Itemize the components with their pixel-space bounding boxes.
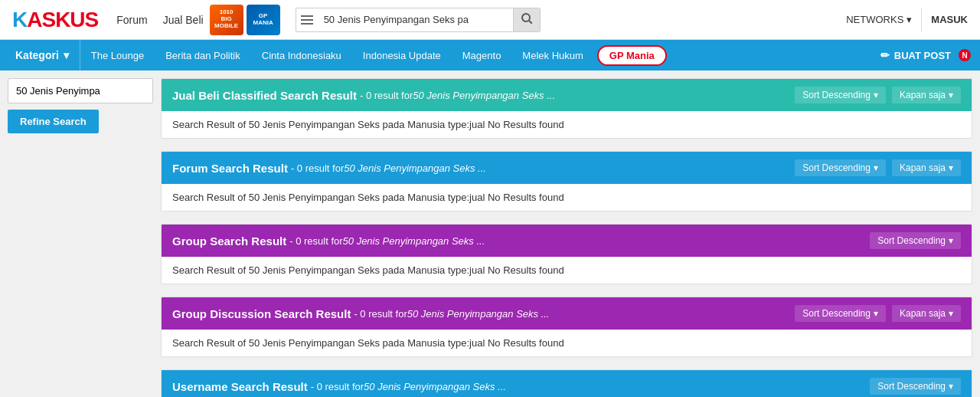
group-discussion-sort-button[interactable]: Sort Descending ▾ (795, 305, 886, 322)
username-result-section: Username Search Result - 0 result for 50… (161, 369, 972, 397)
header-right: NETWORKS ▾ MASUK (846, 8, 968, 31)
kategori-label: Kategori (15, 49, 59, 61)
group-result-body: Search Result of 50 Jenis Penyimpangan S… (162, 257, 972, 284)
forum-header-right: Sort Descending ▾ Kapan saja ▾ (795, 159, 961, 176)
group-title: Group Search Result (172, 235, 286, 248)
group-subtitle-italic: 50 Jenis Penyimpangan Seks ... (343, 235, 485, 247)
header-nav: Forum Jual Beli (116, 14, 203, 26)
buat-post-button[interactable]: ✏ BUAT POST (880, 49, 951, 61)
sort-chevron-icon: ▾ (949, 381, 953, 392)
nav-forum[interactable]: Forum (116, 14, 147, 26)
group-discussion-title: Group Discussion Search Result (172, 307, 351, 320)
gp-mania-button[interactable]: GP Mania (597, 45, 667, 66)
group-result-section: Group Search Result - 0 result for 50 Je… (161, 224, 972, 284)
networks-label: NETWORKS (846, 14, 903, 25)
forum-sort-button[interactable]: Sort Descending ▾ (795, 159, 886, 176)
group-result-header: Group Search Result - 0 result for 50 Je… (162, 225, 972, 257)
navbar: Kategori ▾ The Lounge Berita dan Politik… (0, 40, 980, 71)
svg-point-3 (522, 14, 530, 21)
svg-rect-2 (301, 23, 313, 25)
username-result-header: Username Search Result - 0 result for 50… (162, 370, 972, 397)
navbar-link-cinta[interactable]: Cinta Indonesiaku (251, 40, 352, 71)
networks-chevron-icon: ▾ (906, 14, 912, 25)
navbar-link-indonesia[interactable]: Indonesia Update (352, 40, 452, 71)
notification-badge[interactable]: N (959, 49, 971, 61)
kapan-chevron-icon: ▾ (949, 162, 953, 173)
refine-search-button[interactable]: Refine Search (8, 110, 99, 133)
jual-beli-subtitle-italic: 50 Jenis Penyimpangan Seks ... (413, 90, 555, 101)
buat-post-label: BUAT POST (894, 50, 951, 61)
search-input[interactable] (318, 9, 513, 30)
group-header-right: Sort Descending ▾ (870, 232, 961, 249)
username-subtitle: - 0 result for (311, 381, 364, 392)
banner-big[interactable]: 1010BIGMOBILE (210, 5, 243, 35)
kategori-chevron-icon: ▾ (64, 49, 69, 61)
banner-gp[interactable]: GPMANIA (247, 5, 280, 35)
group-discussion-subtitle: - 0 result for (354, 308, 407, 320)
sort-chevron-icon: ▾ (874, 90, 878, 100)
navbar-link-melek[interactable]: Melek Hukum (511, 40, 593, 71)
sort-chevron-icon: ▾ (874, 162, 878, 173)
search-menu-icon[interactable] (296, 11, 318, 29)
svg-rect-0 (301, 15, 313, 17)
group-sort-button[interactable]: Sort Descending ▾ (870, 232, 961, 249)
jual-beli-sort-button[interactable]: Sort Descending ▾ (795, 87, 886, 103)
forum-subtitle-italic: 50 Jenis Penyimpangan Seks ... (344, 162, 486, 174)
forum-title: Forum Search Result (172, 162, 288, 175)
group-discussion-result-body: Search Result of 50 Jenis Penyimpangan S… (162, 330, 972, 356)
username-title: Username Search Result (172, 380, 308, 393)
kapan-chevron-icon: ▾ (949, 90, 953, 100)
nav-jual-beli[interactable]: Jual Beli (163, 14, 204, 26)
navbar-right: ✏ BUAT POST N (880, 49, 971, 61)
networks-button[interactable]: NETWORKS ▾ (846, 14, 912, 25)
kapan-chevron-icon: ▾ (949, 308, 953, 319)
group-discussion-result-header: Group Discussion Search Result - 0 resul… (162, 297, 972, 330)
svg-rect-1 (301, 19, 313, 21)
navbar-links: The Lounge Berita dan Politik Cinta Indo… (80, 40, 667, 71)
forum-kapan-button[interactable]: Kapan saja ▾ (892, 159, 961, 176)
navbar-link-berita[interactable]: Berita dan Politik (155, 40, 251, 71)
jual-beli-result-header: Jual Beli Classified Search Result - 0 r… (162, 79, 972, 111)
main-content: Refine Search Jual Beli Classified Searc… (0, 71, 980, 397)
group-discussion-header-right: Sort Descending ▾ Kapan saja ▾ (795, 305, 961, 322)
jual-beli-result-section: Jual Beli Classified Search Result - 0 r… (161, 78, 972, 139)
svg-line-4 (529, 21, 532, 24)
sort-chevron-icon: ▾ (949, 235, 953, 246)
group-discussion-result-section: Group Discussion Search Result - 0 resul… (161, 297, 972, 357)
forum-subtitle: - 0 result for (291, 162, 344, 174)
navbar-link-magento[interactable]: Magento (452, 40, 512, 71)
header: KASKUS Forum Jual Beli 1010BIGMOBILE GPM… (0, 0, 980, 40)
group-discussion-subtitle-italic: 50 Jenis Penyimpangan Seks ... (407, 308, 550, 320)
username-subtitle-italic: 50 Jenis Penyimpangan Seks ... (364, 381, 506, 392)
masuk-button[interactable]: MASUK (931, 14, 968, 25)
sort-chevron-icon: ▾ (874, 308, 878, 319)
group-subtitle: - 0 result for (289, 235, 342, 247)
jual-beli-subtitle: - 0 result for (360, 90, 413, 101)
forum-result-header: Forum Search Result - 0 result for 50 Je… (162, 152, 972, 184)
kategori-menu[interactable]: Kategori ▾ (9, 40, 80, 71)
navbar-link-lounge[interactable]: The Lounge (80, 40, 155, 71)
jual-beli-result-body: Search Result of 50 Jenis Penyimpangan S… (162, 111, 972, 138)
header-search-bar (296, 8, 541, 32)
search-submit-button[interactable] (513, 8, 540, 31)
sidebar-search-input[interactable] (8, 78, 153, 103)
forum-result-section: Forum Search Result - 0 result for 50 Je… (161, 151, 972, 212)
header-banners: 1010BIGMOBILE GPMANIA (210, 5, 280, 35)
group-discussion-kapan-button[interactable]: Kapan saja ▾ (892, 305, 961, 322)
jual-beli-header-right: Sort Descending ▾ Kapan saja ▾ (795, 87, 961, 103)
logo[interactable]: KASKUS (12, 8, 98, 32)
forum-result-body: Search Result of 50 Jenis Penyimpangan S… (162, 184, 972, 211)
jual-beli-kapan-button[interactable]: Kapan saja ▾ (892, 87, 961, 103)
jual-beli-title: Jual Beli Classified Search Result (172, 89, 357, 102)
username-sort-button[interactable]: Sort Descending ▾ (870, 378, 961, 395)
username-header-right: Sort Descending ▾ (870, 378, 961, 395)
pencil-icon: ✏ (880, 49, 890, 61)
results-area: Jual Beli Classified Search Result - 0 r… (161, 78, 972, 397)
sidebar: Refine Search (8, 78, 153, 397)
logo-text: KASKUS (12, 8, 98, 31)
